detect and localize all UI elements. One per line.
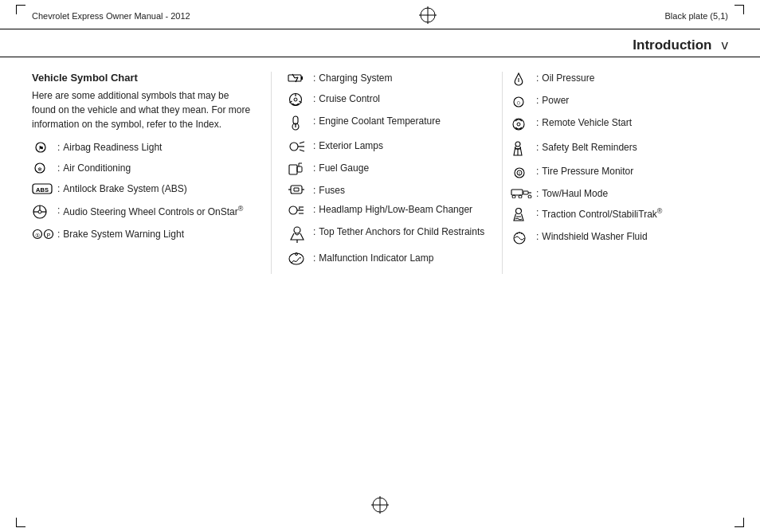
steering-label: Audio Steering Wheel Controls or OnStar®: [63, 204, 255, 219]
svg-point-59: [517, 123, 520, 126]
page: Chevrolet Express Owner Manual - 2012 Bl…: [0, 0, 760, 532]
headlamp-label: Headlamp High/Low-Beam Changer: [319, 203, 494, 217]
svg-point-58: [513, 119, 524, 130]
svg-point-46: [289, 206, 297, 214]
svg-line-34: [300, 150, 304, 151]
washer-icon: [511, 230, 535, 250]
list-item: ABS : Antilock Brake System (ABS): [32, 182, 255, 199]
brake-icon: ① P: [32, 228, 56, 244]
list-item: : Oil Pressure: [511, 72, 725, 90]
list-item: : Traction Control/StabiliTrak®: [511, 206, 725, 226]
oil-icon: [511, 72, 535, 90]
svg-text:ABS: ABS: [36, 186, 49, 194]
mil-icon: [288, 252, 311, 270]
abs-icon: ABS: [32, 182, 56, 199]
remote-start-label: Remote Vehicle Start: [542, 116, 725, 130]
seatbelt-icon: [511, 141, 535, 161]
mid-symbol-list: : Charging System: [288, 72, 494, 270]
corner-mark-tl: [16, 5, 25, 14]
traction-label: Traction Control/StabiliTrak®: [542, 206, 725, 221]
fuses-icon: [288, 184, 311, 199]
svg-point-67: [512, 195, 515, 198]
washer-label: Windshield Washer Fluid: [542, 230, 725, 244]
svg-text:P: P: [47, 232, 51, 237]
abs-label: Antilock Brake System (ABS): [63, 182, 255, 196]
svg-point-51: [294, 227, 300, 233]
list-item: ① P : Brake System Warning Light: [32, 228, 255, 244]
svg-point-54: [296, 252, 298, 255]
ac-label: Air Conditioning: [63, 162, 255, 175]
tether-label: Top Tether Anchors for Child Restraints: [319, 225, 494, 239]
mil-label: Malfunction Indicator Lamp: [319, 252, 494, 265]
list-item: ❄ : Air Conditioning: [32, 162, 255, 178]
header-center: [419, 6, 437, 25]
list-item: : Top Tether Anchors for Child Restraint…: [288, 225, 494, 247]
svg-rect-50: [299, 208, 300, 209]
list-item: : Remote Vehicle Start: [511, 116, 725, 136]
tire-label: Tire Pressure Monitor: [542, 165, 725, 178]
oil-label: Oil Pressure: [542, 72, 725, 85]
list-item: ! : Tire Pressure Monitor: [511, 165, 725, 183]
lamps-icon: [288, 139, 311, 158]
svg-point-68: [519, 195, 522, 198]
svg-rect-19: [301, 76, 303, 80]
mid-column: : Charging System: [271, 72, 502, 274]
power-label: Power: [542, 94, 725, 108]
power-icon: ○: [511, 94, 535, 112]
footer-crosshair: [371, 496, 389, 516]
headlamp-icon: [288, 203, 311, 221]
corner-mark-tr: [735, 5, 744, 14]
intro-text: Here are some additional symbols that ma…: [32, 88, 255, 131]
coolant-label: Engine Coolant Temperature: [319, 115, 494, 128]
svg-text:❄: ❄: [37, 166, 42, 172]
fuel-label: Fuel Gauge: [319, 162, 494, 175]
list-item: ⚑ : Airbag Readiness Light: [32, 141, 255, 158]
svg-text:!: !: [519, 171, 520, 177]
svg-text:⚑: ⚑: [38, 145, 44, 152]
section-title: Introduction: [633, 37, 711, 53]
list-item: : Engine Coolant Temperature: [288, 115, 494, 135]
list-item: : Audio Steering Wheel Controls or OnSta…: [32, 204, 255, 224]
cruise-label: Cruise Control: [319, 92, 494, 106]
airbag-label: Airbag Readiness Light: [63, 141, 255, 155]
content: Vehicle Symbol Chart Here are some addit…: [0, 57, 760, 282]
svg-point-24: [294, 98, 297, 101]
right-symbol-list: : Oil Pressure ○ : Power: [511, 72, 725, 251]
seatbelt-label: Safety Belt Reminders: [542, 141, 725, 155]
list-item: : Headlamp High/Low-Beam Changer: [288, 203, 494, 221]
fuel-icon: [288, 162, 311, 180]
svg-rect-35: [289, 165, 297, 174]
svg-text:○: ○: [516, 99, 520, 107]
list-item: : Tow/Haul Mode: [511, 187, 725, 202]
header-left: Chevrolet Express Owner Manual - 2012: [32, 11, 190, 21]
left-column: Vehicle Symbol Chart Here are some addit…: [32, 72, 271, 274]
svg-text:①: ①: [35, 232, 40, 237]
page-number: v: [722, 37, 729, 53]
ac-icon: ❄: [32, 162, 56, 178]
list-item: : Fuses: [288, 184, 494, 199]
list-item: : Cruise Control: [288, 92, 494, 111]
coolant-icon: [288, 115, 311, 135]
svg-point-69: [528, 195, 531, 198]
list-item: ○ : Power: [511, 94, 725, 112]
header-right: Black plate (5,1): [665, 11, 728, 21]
steering-icon: [32, 204, 56, 224]
svg-point-70: [516, 209, 522, 214]
airbag-icon: ⚑: [32, 141, 56, 158]
svg-rect-39: [291, 186, 302, 194]
brake-label: Brake System Warning Light: [63, 228, 255, 241]
svg-point-60: [515, 142, 520, 147]
svg-line-33: [300, 142, 304, 143]
charging-icon: [288, 72, 311, 88]
right-column: : Oil Pressure ○ : Power: [502, 72, 725, 274]
title-bar: Introduction v: [0, 29, 760, 57]
cruise-icon: [288, 92, 311, 111]
list-item: : Malfunction Indicator Lamp: [288, 252, 494, 270]
svg-rect-65: [523, 191, 528, 194]
list-item: : Charging System: [288, 72, 494, 88]
list-item: : Exterior Lamps: [288, 139, 494, 158]
svg-rect-64: [511, 190, 523, 195]
tire-icon: !: [511, 165, 535, 183]
list-item: : Fuel Gauge: [288, 162, 494, 180]
list-item: : Windshield Washer Fluid: [511, 230, 725, 250]
